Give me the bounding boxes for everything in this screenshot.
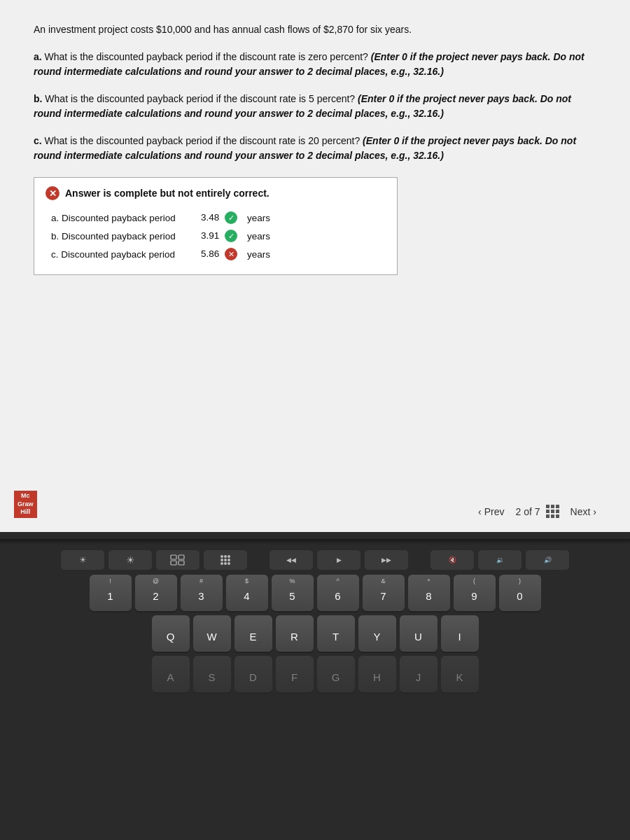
key-f[interactable]: F — [276, 656, 314, 692]
row-a-value: 3.48 ✓ — [186, 209, 241, 227]
next-button[interactable]: Next › — [570, 506, 596, 517]
svg-point-5 — [224, 555, 227, 558]
svg-point-8 — [224, 559, 227, 561]
key-t[interactable]: T — [317, 615, 355, 652]
asdf-row: A S D F G H J K — [0, 654, 630, 694]
key-4[interactable]: $ 4 — [226, 575, 268, 611]
check-icon-c: ✕ — [225, 248, 237, 260]
incorrect-icon: ✕ — [46, 186, 59, 200]
svg-point-11 — [224, 562, 227, 565]
navigation-bar: ‹ Prev 2 of 7 Next › — [0, 505, 630, 518]
key-6[interactable]: ^ 6 — [317, 575, 359, 611]
answer-header-text: Answer is complete but not entirely corr… — [65, 188, 270, 199]
key-mission-control[interactable] — [156, 550, 200, 570]
keyboard-shadow — [0, 539, 630, 545]
sub-question-c: c. What is the discounted payback period… — [34, 134, 596, 163]
key-u[interactable]: U — [400, 615, 438, 652]
key-a[interactable]: A — [152, 656, 190, 692]
table-row: b. Discounted payback period 3.91 ✓ year… — [46, 227, 386, 245]
key-vol-down[interactable]: 🔉 — [478, 550, 522, 570]
sub-text-b: What is the discounted payback period if… — [45, 93, 358, 104]
fn-spacer — [251, 550, 265, 570]
page-number: 2 of 7 — [516, 506, 540, 517]
grid-icon — [546, 505, 559, 518]
prev-label: Prev — [484, 506, 505, 517]
check-icon-a: ✓ — [225, 211, 237, 224]
answer-box: ✕ Answer is complete but not entirely co… — [34, 177, 398, 275]
sub-text-c: What is the discounted payback period if… — [45, 135, 363, 146]
key-y[interactable]: Y — [358, 615, 396, 652]
sub-text-a: What is the discounted payback period if… — [45, 51, 371, 62]
check-icon-b: ✓ — [225, 230, 237, 242]
key-1[interactable]: ! 1 — [90, 575, 132, 611]
number-row: ! 1 @ 2 # 3 $ 4 % 5 ^ 6 & 7 * 8 — [0, 573, 630, 613]
next-label: Next — [570, 506, 591, 517]
logo-line1: Mc — [18, 492, 34, 500]
row-b-unit: years — [241, 227, 386, 245]
key-5[interactable]: % 5 — [272, 575, 314, 611]
key-w[interactable]: W — [193, 615, 231, 652]
sub-question-b: b. What is the discounted payback period… — [34, 92, 596, 121]
svg-rect-3 — [178, 561, 184, 565]
sub-label-a: a. — [34, 51, 45, 62]
svg-point-12 — [227, 562, 230, 565]
row-c-label: c. Discounted payback period — [46, 245, 186, 263]
key-brightness-down[interactable]: ☀ — [61, 550, 104, 570]
qwerty-row: Q W E R T Y U I — [0, 613, 630, 654]
svg-rect-0 — [171, 555, 176, 559]
row-a-unit: years — [241, 209, 386, 227]
sub-question-a: a. What is the discounted payback period… — [34, 50, 596, 79]
svg-rect-1 — [178, 555, 184, 559]
svg-rect-2 — [171, 561, 176, 565]
svg-point-6 — [227, 555, 230, 558]
key-2[interactable]: @ 2 — [135, 575, 177, 611]
svg-point-10 — [220, 562, 223, 565]
key-h[interactable]: H — [358, 656, 396, 692]
key-s[interactable]: S — [193, 656, 231, 692]
key-d[interactable]: D — [234, 656, 272, 692]
key-vol-up[interactable]: 🔊 — [526, 550, 569, 570]
page-info: 2 of 7 — [516, 505, 559, 518]
fn-spacer2 — [412, 550, 426, 570]
row-a-label: a. Discounted payback period — [46, 209, 186, 227]
key-mute[interactable]: 🔇 — [430, 550, 474, 570]
key-8[interactable]: * 8 — [408, 575, 450, 611]
sub-label-b: b. — [34, 93, 45, 104]
key-fastforward[interactable]: ▶▶ — [365, 550, 408, 570]
sub-label-c: c. — [34, 135, 45, 146]
function-row: ☀ ☀ ◀◀ ▶ ▶▶ 🔇 🔉 🔊 — [0, 545, 630, 573]
key-9[interactable]: ( 9 — [454, 575, 496, 611]
row-b-value: 3.91 ✓ — [186, 227, 241, 245]
prev-button[interactable]: ‹ Prev — [478, 506, 504, 517]
key-rewind[interactable]: ◀◀ — [270, 550, 313, 570]
key-7[interactable]: & 7 — [363, 575, 405, 611]
next-chevron-icon: › — [593, 506, 596, 517]
svg-point-9 — [227, 559, 230, 561]
row-c-value: 5.86 ✕ — [186, 245, 241, 263]
table-row: c. Discounted payback period 5.86 ✕ year… — [46, 245, 386, 263]
key-launchpad[interactable] — [204, 550, 247, 570]
row-c-unit: years — [241, 245, 386, 263]
key-play[interactable]: ▶ — [317, 550, 360, 570]
answer-header: ✕ Answer is complete but not entirely co… — [46, 186, 386, 200]
key-q[interactable]: Q — [152, 615, 190, 652]
key-3[interactable]: # 3 — [181, 575, 223, 611]
svg-point-7 — [220, 559, 223, 561]
key-k[interactable]: K — [441, 656, 479, 692]
key-brightness-up[interactable]: ☀ — [108, 550, 152, 570]
keyboard-area: ☀ ☀ ◀◀ ▶ ▶▶ 🔇 🔉 🔊 ! 1 @ 2 # 3 $ — [0, 532, 630, 840]
content-area: An investment project costs $10,000 and … — [0, 0, 630, 532]
key-e[interactable]: E — [234, 615, 272, 652]
prev-chevron-icon: ‹ — [478, 506, 482, 517]
key-r[interactable]: R — [276, 615, 314, 652]
key-g[interactable]: G — [317, 656, 355, 692]
svg-point-4 — [220, 555, 223, 558]
answer-table: a. Discounted payback period 3.48 ✓ year… — [46, 209, 386, 263]
key-j[interactable]: J — [400, 656, 438, 692]
question-intro: An investment project costs $10,000 and … — [34, 22, 596, 37]
key-i[interactable]: I — [441, 615, 479, 652]
table-row: a. Discounted payback period 3.48 ✓ year… — [46, 209, 386, 227]
row-b-label: b. Discounted payback period — [46, 227, 186, 245]
key-0[interactable]: ) 0 — [499, 575, 541, 611]
